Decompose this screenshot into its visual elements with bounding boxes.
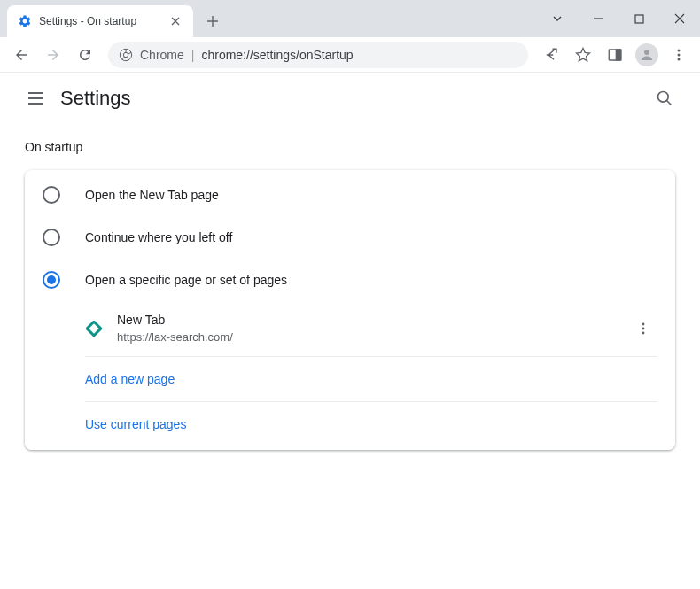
startup-page-row: New Tab https://lax-search.com/: [85, 301, 657, 356]
svg-point-8: [644, 50, 649, 55]
avatar-icon: [635, 43, 658, 66]
gear-icon: [18, 14, 32, 28]
radio-icon: [43, 229, 60, 246]
svg-point-17: [642, 327, 645, 329]
window-controls: [537, 0, 700, 37]
minimize-button[interactable]: [578, 5, 618, 32]
radio-label: Open a specific page or set of pages: [85, 273, 287, 287]
back-button[interactable]: [7, 41, 35, 69]
omnibox-url: chrome://settings/onStartup: [201, 48, 353, 62]
svg-point-9: [678, 49, 681, 51]
use-current-link: Use current pages: [85, 417, 186, 431]
settings-header: Settings: [0, 73, 700, 124]
titlebar: Settings - On startup: [0, 0, 700, 37]
radio-label: Open the New Tab page: [85, 188, 219, 202]
maximize-button[interactable]: [618, 5, 659, 32]
profile-button[interactable]: [633, 41, 661, 69]
tab-search-button[interactable]: [537, 5, 578, 32]
svg-point-12: [658, 92, 669, 103]
share-icon[interactable]: [537, 41, 565, 69]
use-current-row[interactable]: Use current pages: [85, 402, 657, 446]
page-info: New Tab https://lax-search.com/: [117, 312, 615, 345]
startup-page-title: New Tab: [117, 312, 615, 329]
svg-line-13: [667, 101, 672, 105]
close-window-button[interactable]: [659, 5, 700, 32]
svg-point-10: [678, 53, 681, 56]
hamburger-icon[interactable]: [18, 81, 53, 116]
new-tab-button[interactable]: [200, 9, 225, 34]
more-actions-icon[interactable]: [629, 314, 657, 343]
svg-point-16: [642, 322, 645, 325]
add-page-link: Add a new page: [85, 372, 175, 386]
toolbar: Chrome | chrome://settings/onStartup: [0, 37, 700, 73]
svg-rect-2: [635, 15, 643, 23]
svg-point-18: [642, 331, 645, 334]
search-icon[interactable]: [647, 81, 682, 116]
radio-continue[interactable]: Continue where you left off: [25, 216, 675, 259]
startup-page-url: https://lax-search.com/: [117, 329, 615, 345]
bookmark-icon[interactable]: [569, 41, 597, 69]
tab-title: Settings - On startup: [39, 15, 161, 27]
radio-specific-pages[interactable]: Open a specific page or set of pages: [25, 259, 675, 301]
menu-icon[interactable]: [665, 41, 693, 69]
startup-card: Open the New Tab page Continue where you…: [25, 170, 675, 450]
chrome-icon: [119, 48, 133, 62]
section-title: On startup: [25, 140, 675, 154]
forward-button[interactable]: [39, 41, 67, 69]
side-panel-icon[interactable]: [601, 41, 629, 69]
omnibox[interactable]: Chrome | chrome://settings/onStartup: [108, 42, 528, 68]
svg-point-11: [678, 58, 681, 60]
radio-label: Continue where you left off: [85, 230, 232, 244]
startup-pages: New Tab https://lax-search.com/ Add a ne…: [85, 301, 657, 446]
add-page-row[interactable]: Add a new page: [85, 357, 657, 401]
omnibox-prefix: Chrome: [140, 48, 184, 62]
reload-button[interactable]: [71, 41, 99, 69]
radio-icon: [43, 271, 60, 289]
svg-rect-7: [617, 50, 621, 60]
content: On startup Open the New Tab page Continu…: [0, 124, 700, 466]
omnibox-separator: |: [191, 48, 195, 62]
close-icon[interactable]: [168, 14, 183, 28]
radio-icon: [43, 186, 60, 204]
radio-new-tab[interactable]: Open the New Tab page: [25, 174, 675, 216]
page-title: Settings: [60, 87, 131, 110]
page-favicon-icon: [85, 320, 103, 337]
browser-tab[interactable]: Settings - On startup: [7, 5, 193, 37]
